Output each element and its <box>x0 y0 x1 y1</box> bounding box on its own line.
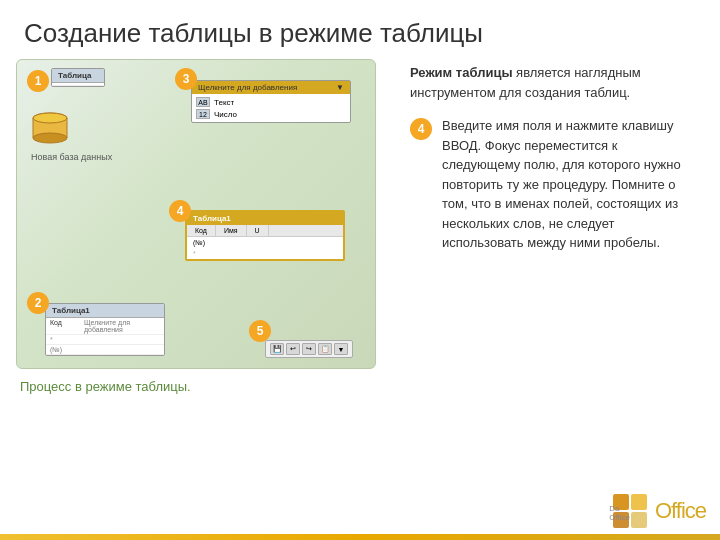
mini-table2-data-row: (№) <box>187 237 343 248</box>
table-icon-group: Таблица <box>51 68 105 87</box>
mini-table2-header: Таблица1 <box>46 304 164 318</box>
svg-point-2 <box>33 133 67 143</box>
mini-dropdown-body: АВ Текст 12 Число <box>192 94 350 122</box>
mini-table-header: Таблица <box>52 69 104 83</box>
mini-table2-row-header: Код Щелкните для добавления <box>46 318 164 335</box>
dropdown-row-number: 12 Число <box>194 108 348 120</box>
number-type-icon: 12 <box>196 109 210 119</box>
left-panel: 1 Таблица <box>16 59 386 489</box>
step4-table: Таблица1 Код Имя U (№) * <box>185 210 345 261</box>
step5-toolbar: 💾 ↩ ↪ 📋 ▼ <box>265 340 353 358</box>
step3-dropdown: Щелкните для добавления ▼ АВ Текст 12 Чи… <box>191 80 351 123</box>
content-area: 1 Таблица <box>0 59 720 489</box>
step-badge-4: 4 <box>169 200 191 222</box>
step-badge-1: 1 <box>27 70 49 92</box>
toolbar-btn-3[interactable]: ↪ <box>302 343 316 355</box>
text-type-icon: АВ <box>196 97 210 107</box>
mini-table2-title: Таблица1 <box>187 212 343 225</box>
da-office-label: Da Office <box>609 504 630 522</box>
mini-dropdown-box: Щелкните для добавления ▼ АВ Текст 12 Чи… <box>191 80 351 123</box>
intro-text: Режим таблицы является наглядным инструм… <box>410 63 696 102</box>
svg-point-3 <box>33 113 67 123</box>
step-badge-5: 5 <box>249 320 271 342</box>
db-cylinder-icon <box>31 112 69 146</box>
mini-table2-row-star: * <box>46 335 164 345</box>
step4-right-area: 4 Введите имя поля и нажмите клавишу ВВО… <box>410 116 696 253</box>
dropdown-row-text: АВ Текст <box>194 96 348 108</box>
toolbar-btn-4[interactable]: 📋 <box>318 343 332 355</box>
bottom-bar <box>0 534 720 540</box>
mini-dropdown-header: Щелкните для добавления ▼ <box>192 81 350 94</box>
caption-text: Процесс в режиме таблицы. <box>16 379 386 394</box>
mini-table2-box: Таблица1 Код Имя U (№) * <box>185 210 345 261</box>
right-panel: Режим таблицы является наглядным инструм… <box>402 59 704 489</box>
toolbar-btn-2[interactable]: ↩ <box>286 343 300 355</box>
step-badge-2: 2 <box>27 292 49 314</box>
mini-table2-row-no: (№) <box>46 345 164 355</box>
step2-table: Таблица1 Код Щелкните для добавления * (… <box>45 303 165 356</box>
page-title: Создание таблицы в режиме таблицы <box>0 0 720 59</box>
mini-table-bottom: Таблица1 Код Щелкните для добавления * (… <box>45 303 165 356</box>
svg-rect-7 <box>631 494 647 510</box>
illustration-box: 1 Таблица <box>16 59 376 369</box>
mini-table2-star-row: * <box>187 248 343 259</box>
toolbar-btn-5[interactable]: ▼ <box>334 343 348 355</box>
step-badge-3: 3 <box>175 68 197 90</box>
db-cylinder-area: Новая база данных <box>31 112 112 162</box>
bold-term: Режим таблицы <box>410 65 513 80</box>
office-logo-area: Da Office Office <box>611 492 706 530</box>
mini-table-top: Таблица <box>51 68 105 87</box>
mini-table2-cols: Код Имя U <box>187 225 343 237</box>
office-logo-text: Office <box>655 498 706 524</box>
db-label: Новая база данных <box>31 152 112 162</box>
svg-rect-9 <box>631 512 647 528</box>
mini-table-row1 <box>52 83 104 86</box>
toolbar-btn-1[interactable]: 💾 <box>270 343 284 355</box>
mini-toolbar-box: 💾 ↩ ↪ 📋 ▼ <box>265 340 353 358</box>
step4-right-badge: 4 <box>410 118 432 140</box>
step4-description: Введите имя поля и нажмите клавишу ВВОД.… <box>442 116 696 253</box>
